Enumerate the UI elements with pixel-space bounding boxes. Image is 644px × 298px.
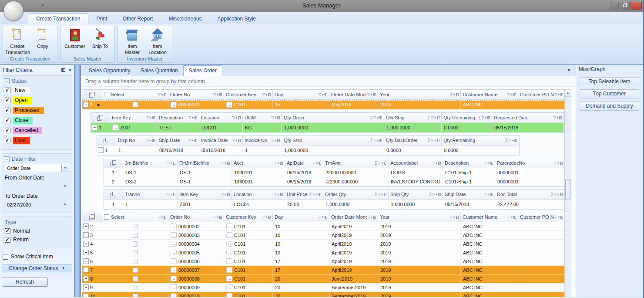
grid-cell[interactable]: →C101	[224, 240, 273, 248]
filter-caret-icon[interactable]: ▾	[192, 139, 194, 142]
grid-cell[interactable]: →C101	[224, 274, 273, 283]
grid-cell[interactable]: 1360001	[232, 177, 285, 186]
column-header-order-no[interactable]: Order No▽▾	[168, 212, 224, 222]
grid-row[interactable]: −1105/15/201805/15/201811,000.00000.0000…	[97, 146, 519, 155]
column-header-order-qty[interactable]: Order QtyΣ▽▾	[323, 190, 389, 199]
sum-icon[interactable]: Σ	[375, 192, 377, 197]
select-all-checkbox[interactable]	[104, 214, 109, 220]
link-arrow-icon[interactable]: →	[226, 284, 232, 290]
grid-cell[interactable]	[102, 231, 168, 239]
pin-icon[interactable]	[238, 139, 241, 142]
grid-cell[interactable]	[518, 100, 565, 109]
grid-cell[interactable]: 05/15/2018	[199, 146, 243, 155]
close-document-icon[interactable]: ×	[567, 67, 570, 73]
row-expander[interactable]: +	[83, 293, 89, 297]
column-header-accountlabel[interactable]: Accountlabel▽▾	[389, 158, 443, 168]
pin-icon[interactable]	[379, 116, 382, 119]
item-location-button[interactable]: Item Location	[145, 27, 170, 56]
grid-cell[interactable]: May2018	[329, 100, 378, 109]
sum-icon[interactable]: Σ	[375, 161, 377, 166]
grid-cell[interactable]: 2019	[378, 283, 461, 291]
grid-cell[interactable]: 0.0000	[384, 146, 442, 155]
grid-cell[interactable]: →C101	[224, 222, 273, 230]
grid-cell[interactable]: 22000.000000	[323, 168, 389, 177]
column-header-select[interactable]: Select▽▾	[102, 90, 168, 99]
grid-cell[interactable]	[518, 292, 565, 297]
column-header-customer-name[interactable]: Customer Name▽▾	[461, 90, 518, 99]
tab-sales-order[interactable]: Sales Order	[183, 65, 222, 76]
row-checkbox[interactable]	[133, 294, 138, 298]
link-arrow-icon[interactable]: →	[112, 125, 118, 130]
column-header-invoice-no[interactable]: Invoice No▽▾	[243, 135, 282, 145]
grid-cell[interactable]	[518, 283, 565, 291]
filter-icon[interactable]: ▽	[213, 215, 216, 219]
grid-cell[interactable]: ABC INC	[461, 283, 518, 291]
filter-caret-icon[interactable]: ▾	[381, 161, 383, 165]
filter-caret-icon[interactable]: ▾	[161, 93, 163, 97]
pin-icon[interactable]	[268, 93, 271, 96]
grid-cell[interactable]: 20	[273, 274, 329, 283]
row-checkbox[interactable]	[133, 224, 138, 229]
grid-cell[interactable]: 1,000.0000	[282, 123, 384, 132]
filter-icon[interactable]: ▽	[367, 92, 370, 97]
ship-to-button[interactable]: Ship To	[87, 27, 113, 56]
grid-cell[interactable]: 2019	[378, 266, 461, 274]
filter-caret-icon[interactable]: ▾	[434, 116, 436, 120]
filter-icon[interactable]: ▽	[274, 192, 277, 196]
filter-caret-icon[interactable]: ▾	[265, 93, 267, 97]
column-header-doc-total[interactable]: Doc TotalΣ▽▾	[495, 190, 565, 199]
filter-caret-icon[interactable]: ▾	[377, 116, 379, 120]
pin-icon[interactable]	[164, 216, 166, 219]
grid-cell[interactable]: →00000001	[168, 100, 224, 109]
column-header-item-key[interactable]: Item Key▽▾	[178, 190, 232, 199]
grid-cell[interactable]: →C101	[224, 257, 273, 265]
grid-corner-cell[interactable]	[82, 212, 102, 222]
link-arrow-icon[interactable]: →	[171, 276, 177, 281]
filter-caret-icon[interactable]: ▾	[225, 193, 226, 196]
filter-icon[interactable]: ▽	[373, 138, 376, 142]
grid-cell[interactable]: COGS	[389, 168, 443, 177]
row-expander[interactable]: −	[98, 147, 104, 153]
grid-cell[interactable]: 10	[273, 248, 329, 257]
column-header-uom[interactable]: UOM▽▾	[243, 113, 282, 122]
filter-icon[interactable]: ▽	[167, 161, 170, 165]
filter-caret-icon[interactable]: ▾	[278, 193, 279, 196]
column-header-apldate[interactable]: AplDate▽▾	[285, 158, 323, 168]
grid-cell[interactable]: 0.0000	[442, 146, 519, 155]
grid-corner-cell[interactable]	[97, 135, 116, 145]
pin-icon[interactable]	[438, 193, 441, 196]
application-menu-button[interactable]	[3, 1, 23, 21]
grid-cell[interactable]: →00000007	[168, 266, 224, 274]
grid-cell[interactable]: 1000101	[232, 168, 285, 177]
grid-cell[interactable]	[518, 248, 565, 257]
column-header-requested-date[interactable]: Requested Date▽▾	[492, 113, 564, 122]
row-checkbox[interactable]	[133, 233, 138, 238]
row-expander[interactable]: +	[83, 241, 89, 247]
grid-cell[interactable]: September2019	[329, 283, 378, 291]
grid-cell[interactable]	[518, 231, 565, 239]
grid-cell[interactable]: 1,000.0000	[384, 123, 442, 132]
sum-icon[interactable]: Σ	[428, 115, 430, 120]
pin-icon[interactable]	[219, 93, 222, 96]
link-arrow-icon[interactable]: →	[226, 276, 232, 281]
restore-button[interactable]	[620, 2, 630, 10]
column-header-description[interactable]: Description▽▾	[443, 158, 495, 168]
link-arrow-icon[interactable]: →	[226, 232, 232, 238]
pin-icon[interactable]	[514, 139, 517, 142]
filter-icon[interactable]: ▽	[367, 215, 370, 219]
filter-icon[interactable]: ▽	[484, 161, 487, 165]
grid-cell[interactable]: →00000006	[168, 257, 224, 265]
filter-icon[interactable]: ▽	[432, 192, 435, 196]
pin-icon[interactable]	[559, 116, 562, 119]
filter-caret-icon[interactable]: ▾	[453, 215, 455, 219]
filter-icon[interactable]: ▽	[158, 215, 161, 219]
filter-caret-icon[interactable]: ▾	[377, 139, 379, 142]
column-header-parentdocno[interactable]: ParentdocNo▽▾	[495, 158, 565, 168]
tab-print[interactable]: Print	[88, 14, 115, 24]
column-header-item-key[interactable]: Item Key▽▾	[110, 113, 157, 122]
link-arrow-icon[interactable]: →	[171, 258, 177, 264]
link-arrow-icon[interactable]: →	[171, 241, 177, 247]
grid-corner-cell[interactable]	[104, 190, 123, 199]
grid-cell[interactable]	[102, 257, 168, 265]
grid-cell[interactable]: 2018	[378, 100, 461, 109]
